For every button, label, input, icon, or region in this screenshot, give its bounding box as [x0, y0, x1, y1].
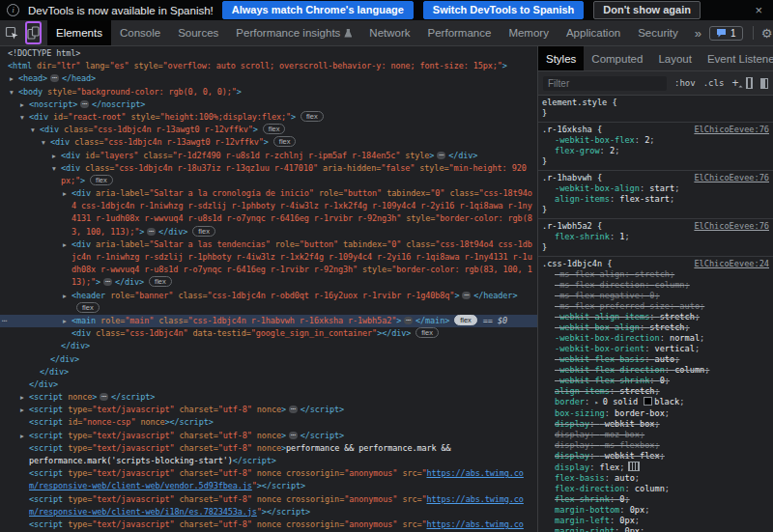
tab-network[interactable]: Network — [360, 20, 418, 45]
collapse-arrow-icon[interactable]: ▾ — [10, 86, 14, 98]
tab-memory[interactable]: Memory — [500, 20, 558, 45]
css-property[interactable]: -webkit-box-flex: 2; — [542, 135, 773, 146]
dom-tree-row[interactable]: ▸<head>⋯</head> — [0, 72, 537, 85]
dom-tree-row[interactable]: ▸<div aria-label="Saltar a la cronología… — [0, 187, 537, 200]
dom-tree-row[interactable]: <html dir="ltr" lang="es" style="overflo… — [0, 60, 537, 72]
dom-tree-row[interactable]: px;">flex — [0, 175, 537, 187]
css-property[interactable]: margin-left: 0px; — [542, 516, 773, 526]
css-property[interactable]: flex-grow: 2; — [542, 146, 773, 156]
css-property[interactable]: align-items: stretch; — [542, 386, 773, 397]
inspect-element-button[interactable] — [0, 20, 23, 45]
css-property[interactable]: -webkit-flex-direction: column; — [542, 365, 773, 376]
collapse-arrow-icon[interactable]: ▾ — [20, 111, 24, 124]
css-property[interactable]: -ms-flex-align: stretch; — [542, 269, 773, 280]
css-selector[interactable]: .r-16xksha { — [542, 125, 602, 135]
dom-tree-row[interactable]: ▸<script type="text/javascript" charset=… — [0, 404, 537, 416]
tab-console[interactable]: Console — [111, 20, 169, 45]
feedback-button[interactable]: 1 — [709, 26, 743, 41]
dom-tree-row[interactable]: <script type="text/javascript" charset="… — [0, 493, 537, 506]
sidebar-tab-event-listeners[interactable]: Event Listeners — [700, 46, 773, 70]
flex-badge[interactable]: flex — [415, 327, 439, 338]
inline-expand-button[interactable]: ⋯ — [289, 432, 298, 439]
tab-performance-insights[interactable]: Performance insights — [227, 20, 360, 45]
dom-tree-row[interactable]: m/responsive-web/client-web/i18n/es.7823… — [0, 506, 537, 518]
inline-expand-button[interactable]: ⋯ — [50, 74, 59, 82]
dom-tree-row[interactable]: </div> — [0, 340, 537, 352]
row-overflow-dots[interactable]: ⋯ — [2, 315, 8, 327]
color-swatch[interactable] — [644, 397, 652, 406]
css-property[interactable]: -ms-flex-direction: column; — [542, 280, 773, 291]
css-property[interactable]: -webkit-box-direction: normal; — [542, 333, 773, 344]
flex-badge[interactable]: flex — [149, 276, 172, 287]
expand-arrow-icon[interactable]: ▸ — [63, 238, 67, 251]
collapse-arrow-icon[interactable]: ▾ — [42, 136, 45, 149]
tab-performance[interactable]: Performance — [419, 20, 501, 45]
expand-arrow-icon[interactable]: ▸ — [10, 72, 14, 85]
toggle-element-classes-button[interactable]: .cls — [703, 78, 725, 88]
sidebar-tab-styles[interactable]: Styles — [538, 46, 584, 70]
infobar-close-icon[interactable]: × — [751, 4, 766, 16]
inline-expand-button[interactable]: ⋯ — [404, 317, 413, 324]
css-property[interactable]: -webkit-box-align: stretch; — [542, 322, 773, 333]
dom-tree-row[interactable]: ▸<div aria-label="Saltar a las tendencia… — [0, 238, 537, 251]
dom-tree-row[interactable]: 4 css-1dbjc4n r-1niwhzg r-sdzlij r-1phbo… — [0, 200, 537, 212]
flex-badge[interactable]: flex — [273, 136, 297, 147]
dom-tree-row[interactable]: ▾<div class="css-1dbjc4n r-18u37iz r-13q… — [0, 162, 537, 175]
dom-tree-row[interactable]: ▸<div id="layers" class="r-1d2f490 r-u8s… — [0, 150, 537, 162]
rendering-overlays-icon[interactable] — [746, 77, 753, 89]
toggle-device-toolbar-button[interactable] — [25, 21, 42, 44]
dom-tree-row[interactable]: ⋯▸<main role="main" class="css-1dbjc4n r… — [0, 315, 537, 327]
dom-tree-row[interactable]: ▾<div id="react-root" style="height:100%… — [0, 111, 537, 124]
css-property[interactable]: display: -moz-box; — [542, 430, 773, 440]
inline-expand-button[interactable]: ⋯ — [289, 406, 298, 413]
expand-arrow-icon[interactable]: ▸ — [20, 430, 24, 442]
dom-tree-row[interactable]: <script id="nonce-csp" nonce></script> — [0, 416, 537, 429]
flex-badge[interactable]: flex — [301, 111, 324, 122]
expand-arrow-icon[interactable]: ▸ — [594, 399, 602, 406]
settings-gear-icon[interactable]: ⚙ — [758, 26, 773, 41]
flex-editor-icon[interactable] — [628, 462, 640, 471]
dom-tree-row[interactable]: </div> — [0, 378, 537, 391]
inline-expand-button[interactable]: ⋯ — [437, 152, 445, 159]
expand-arrow-icon[interactable]: ▸ — [20, 98, 24, 111]
css-property[interactable]: border: ▸ 0 solid black; — [542, 397, 773, 408]
dom-tree-row[interactable]: m/responsive-web/client-web/vendor.5d93f… — [0, 480, 537, 492]
inline-expand-button[interactable]: ⋯ — [462, 292, 471, 299]
flex-badge[interactable]: flex — [263, 124, 286, 134]
inline-expand-button[interactable]: ⋯ — [103, 278, 112, 286]
inline-expand-button[interactable]: ⋯ — [100, 393, 108, 401]
collapse-arrow-icon[interactable]: ▾ — [31, 124, 35, 136]
dom-tree-row[interactable]: </div> — [0, 366, 537, 378]
css-property[interactable]: display: -ms-flexbox; — [542, 440, 773, 451]
expand-arrow-icon[interactable]: ▸ — [52, 150, 56, 162]
dom-tree-row[interactable]: ▸<script type="text/javascript" charset=… — [0, 430, 537, 442]
dom-tree-row[interactable]: ▸<script nonce>⋯</script> — [0, 391, 537, 404]
css-property[interactable]: display: flex; — [542, 462, 773, 473]
dom-tree-row[interactable]: <!DOCTYPE html> — [0, 47, 537, 60]
computed-sidebar-toggle-icon[interactable] — [760, 78, 768, 89]
dom-tree-row[interactable]: 4131 r-1udh08x r-wwvuq4 r-u8s1d r-o7ynqc… — [0, 212, 537, 225]
flex-badge[interactable]: flex — [90, 175, 113, 185]
css-property[interactable]: -webkit-box-align: start; — [542, 183, 773, 194]
stylesheet-link[interactable]: ElChicoEevee:76 — [694, 125, 769, 135]
dom-tree-row[interactable]: performance.mark('scripts-blocking-start… — [0, 455, 537, 467]
dom-tree-row[interactable]: 3, 100, 113);">⋯</div>flex — [0, 226, 537, 238]
more-tabs-button[interactable]: » — [687, 20, 709, 45]
dom-tree-row[interactable]: ▾<div class="css-1dbjc4n r-13awgt0 r-12v… — [0, 136, 537, 149]
flex-badge[interactable]: flex — [192, 226, 215, 237]
dom-tree-row[interactable]: <script type="text/javascript" charset="… — [0, 442, 537, 455]
dom-tree-row[interactable]: dh08x r-wwvuq4 r-u8s1d r-o7ynqc r-6416eg… — [0, 264, 537, 276]
dom-tree-row[interactable]: 13);">⋯</div>flex — [0, 276, 537, 289]
dom-tree-row[interactable]: flex — [0, 302, 537, 315]
css-property[interactable]: box-sizing: border-box; — [542, 408, 773, 419]
always-match-chrome-s-language-button[interactable]: Always match Chrome's language — [222, 1, 414, 19]
css-property[interactable]: -webkit-align-items: stretch; — [542, 312, 773, 322]
css-selector[interactable]: .css-1dbjc4n { — [542, 259, 612, 269]
css-property[interactable]: -webkit-flex-shrink: 0; — [542, 376, 773, 386]
sidebar-tab-layout[interactable]: Layout — [650, 46, 700, 70]
toggle-pseudo-states-button[interactable]: :hov — [674, 78, 696, 88]
css-property[interactable]: flex-shrink: 0; — [542, 494, 773, 505]
dom-tree-row[interactable]: <script type="text/javascript" charset="… — [0, 467, 537, 480]
css-property[interactable]: -webkit-flex-basis: auto; — [542, 354, 773, 365]
tab-security[interactable]: Security — [629, 20, 687, 45]
